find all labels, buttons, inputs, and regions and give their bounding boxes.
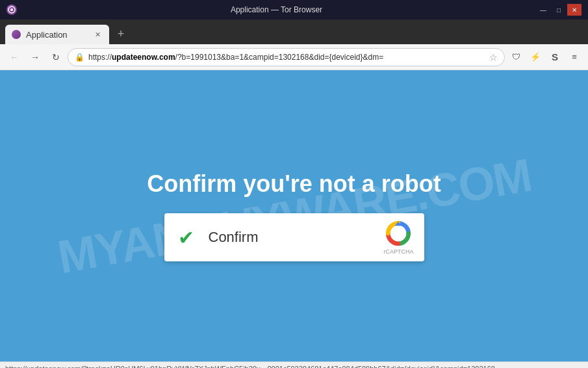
- titlebar-title: Application — Tor Browser: [17, 5, 536, 14]
- bookmark-star-icon[interactable]: ☆: [489, 52, 498, 62]
- sponsor-icon[interactable]: S: [546, 49, 563, 66]
- menu-button[interactable]: ≡: [566, 49, 583, 66]
- tabbar: Application ✕ +: [0, 20, 588, 44]
- maximize-button[interactable]: □: [552, 4, 566, 16]
- close-button[interactable]: ✕: [567, 4, 582, 16]
- noScript-icon[interactable]: ⚡: [527, 49, 544, 66]
- tor-browser-icon: [6, 5, 17, 15]
- svg-point-1: [10, 8, 13, 11]
- nav-icons: 🛡 ⚡ S ≡: [507, 49, 583, 66]
- status-url: https://updateenow.com/?track=aHR0cHM6Ly…: [5, 365, 495, 369]
- tor-shield-icon[interactable]: 🛡: [507, 49, 524, 66]
- center-content: Confirm you're not a robot ✔ Confirm: [147, 170, 441, 261]
- recaptcha-logo: rCAPTCHA: [383, 220, 413, 255]
- forward-button[interactable]: →: [26, 48, 44, 66]
- tab-close-button[interactable]: ✕: [92, 29, 103, 40]
- recaptcha-icon: [385, 220, 412, 247]
- url-bar[interactable]: 🔒 https://updateenow.com/?b=1991013&ba=1…: [68, 48, 505, 66]
- checkmark-icon: ✔: [178, 226, 194, 249]
- recaptcha-label: rCAPTCHA: [383, 248, 413, 255]
- url-text: https://updateenow.com/?b=1991013&ba=1&c…: [88, 53, 483, 62]
- active-tab[interactable]: Application ✕: [5, 25, 109, 44]
- checkmark-circle: ✔: [175, 226, 198, 249]
- titlebar-left: [6, 5, 17, 15]
- captcha-box[interactable]: ✔ Confirm rCAPTCHA: [164, 213, 424, 261]
- titlebar: Application — Tor Browser — □ ✕: [0, 0, 588, 20]
- main-heading: Confirm you're not a robot: [147, 170, 441, 198]
- titlebar-controls: — □ ✕: [536, 4, 582, 16]
- lock-icon: 🔒: [75, 53, 84, 62]
- confirm-button-label: Confirm: [209, 229, 374, 246]
- statusbar: https://updateenow.com/?track=aHR0cHM6Ly…: [0, 361, 588, 368]
- minimize-button[interactable]: —: [536, 4, 550, 16]
- navbar: ← → ↻ 🔒 https://updateenow.com/?b=199101…: [0, 44, 588, 70]
- tab-label: Application: [26, 30, 87, 40]
- new-tab-button[interactable]: +: [112, 25, 130, 43]
- reload-button[interactable]: ↻: [47, 48, 65, 66]
- tab-favicon: [12, 30, 21, 39]
- main-content: MYANTIVYWARE.COM Confirm you're not a ro…: [0, 70, 588, 361]
- back-button[interactable]: ←: [5, 48, 23, 66]
